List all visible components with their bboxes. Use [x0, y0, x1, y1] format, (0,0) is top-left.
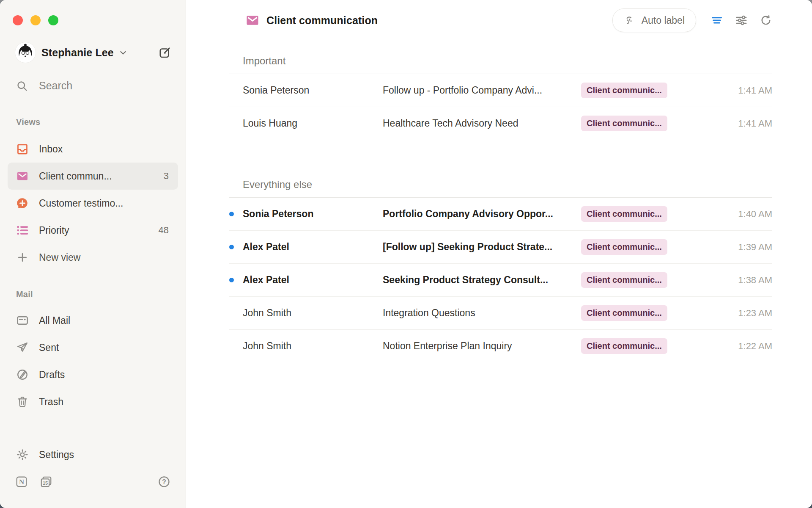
user-name: Stephanie Lee — [41, 47, 114, 59]
minimize-window-button[interactable] — [30, 15, 41, 25]
view-header: Client communication Auto label — [186, 0, 812, 41]
sidebar-item-label: Sent — [39, 342, 59, 353]
envelope-icon — [245, 13, 260, 28]
email-subject: Portfolio Company Advisory Oppor... — [383, 208, 581, 220]
email-row[interactable]: Louis Huang Healthcare Tech Advisory Nee… — [229, 107, 772, 140]
search-label: Search — [39, 80, 72, 92]
label-badge[interactable]: Client communic... — [581, 239, 667, 255]
email-sender: Alex Patel — [243, 241, 383, 253]
email-sender: Alex Patel — [243, 274, 383, 286]
unread-dot — [229, 245, 234, 249]
label-badge[interactable]: Client communic... — [581, 206, 667, 222]
search-icon — [16, 80, 28, 92]
window-controls — [0, 0, 186, 25]
auto-label-label: Auto label — [642, 15, 685, 26]
sidebar-item-inbox[interactable]: Inbox — [8, 135, 178, 163]
close-window-button[interactable] — [13, 15, 23, 25]
sidebar-item-drafts[interactable]: Drafts — [8, 361, 178, 388]
email-time: 1:41 AM — [738, 85, 772, 96]
send-icon — [16, 341, 29, 354]
auto-label-button[interactable]: Auto label — [612, 8, 696, 32]
mail-section-label: Mail — [16, 290, 186, 299]
views-nav: Inbox Client commun... 3 — [0, 127, 186, 271]
email-row[interactable]: John Smith Notion Enterprise Plan Inquir… — [229, 329, 772, 362]
compose-icon[interactable] — [159, 46, 171, 59]
bulleted-list-icon — [16, 224, 29, 237]
refresh-icon[interactable] — [760, 14, 772, 27]
label-badge[interactable]: Client communic... — [581, 116, 667, 131]
email-row[interactable]: Alex Patel Seeking Product Strategy Cons… — [229, 263, 772, 296]
main-panel: Client communication Auto label — [186, 0, 812, 508]
app-window: Stephanie Lee Search Views — [0, 0, 812, 508]
email-time: 1:39 AM — [738, 242, 772, 253]
email-subject: Notion Enterprise Plan Inquiry — [383, 340, 581, 352]
sidebar-item-label: Client commun... — [39, 171, 112, 182]
sidebar-item-label: New view — [39, 252, 80, 263]
chat-plus-icon — [16, 197, 29, 210]
label-badge[interactable]: Client communic... — [581, 83, 667, 98]
filter-icon[interactable] — [710, 14, 723, 27]
sidebar-item-label: Customer testimo... — [39, 198, 123, 209]
notion-app-icon[interactable]: N — [15, 475, 28, 488]
sidebar-item-sent[interactable]: Sent — [8, 334, 178, 361]
display-settings-icon[interactable] — [735, 14, 748, 27]
email-subject: Follow up - Portfolio Company Advi... — [383, 85, 581, 96]
label-badge[interactable]: Client communic... — [581, 305, 667, 321]
sidebar: Stephanie Lee Search Views — [0, 0, 186, 508]
unread-count: 48 — [159, 225, 169, 236]
chevron-down-icon — [118, 47, 128, 58]
sidebar-item-priority[interactable]: Priority 48 — [8, 217, 178, 244]
svg-text:15: 15 — [43, 480, 48, 486]
email-time: 1:22 AM — [738, 341, 772, 352]
label-badge[interactable]: Client communic... — [581, 338, 667, 354]
page-title: Client communication — [266, 14, 378, 27]
email-sender: Louis Huang — [243, 118, 383, 129]
email-sender: Sonia Peterson — [243, 85, 383, 96]
email-subject: Healthcare Tech Advisory Need — [383, 118, 581, 129]
mail-nav: All Mail Sent — [0, 299, 186, 415]
email-time: 1:38 AM — [738, 275, 772, 286]
sidebar-item-customer-testimonials[interactable]: Customer testimo... — [8, 190, 178, 217]
sidebar-item-settings[interactable]: Settings — [8, 441, 178, 468]
email-time: 1:23 AM — [738, 308, 772, 319]
search-button[interactable]: Search — [16, 80, 170, 92]
all-mail-icon — [16, 314, 29, 327]
email-sender: John Smith — [243, 340, 383, 352]
sidebar-item-label: Inbox — [39, 144, 63, 155]
sidebar-item-trash[interactable]: Trash — [8, 388, 178, 415]
email-row[interactable]: John Smith Integration Questions Client … — [229, 296, 772, 329]
unread-dot — [229, 278, 234, 282]
sidebar-item-label: All Mail — [39, 315, 70, 326]
plus-icon — [16, 251, 29, 264]
email-row[interactable]: Sonia Peterson Follow up - Portfolio Com… — [229, 74, 772, 107]
sidebar-item-new-view[interactable]: New view — [8, 244, 178, 271]
label-badge[interactable]: Client communic... — [581, 272, 667, 288]
email-sender: John Smith — [243, 307, 383, 319]
avatar — [15, 42, 36, 63]
email-subject: [Follow up] Seeking Product Strate... — [383, 241, 581, 253]
ai-face-icon — [624, 14, 636, 26]
unread-count: 3 — [164, 171, 169, 182]
email-time: 1:40 AM — [738, 209, 772, 220]
sidebar-item-all-mail[interactable]: All Mail — [8, 307, 178, 334]
email-subject: Seeking Product Strategy Consult... — [383, 274, 581, 286]
trash-icon — [16, 395, 29, 408]
svg-text:?: ? — [162, 478, 166, 486]
email-list: Important Sonia Peterson Follow up - Por… — [229, 41, 772, 362]
unread-dot — [229, 212, 234, 216]
section-title: Everything else — [243, 179, 772, 190]
calendar-app-icon[interactable]: 15 — [40, 475, 52, 488]
sidebar-item-label: Priority — [39, 225, 69, 236]
email-row[interactable]: Sonia Peterson Portfolio Company Advisor… — [229, 198, 772, 230]
email-time: 1:41 AM — [738, 118, 772, 129]
email-row[interactable]: Alex Patel [Follow up] Seeking Product S… — [229, 230, 772, 263]
views-section-label: Views — [16, 117, 186, 127]
inbox-icon — [16, 143, 29, 155]
sidebar-item-client-communication[interactable]: Client commun... 3 — [8, 163, 178, 190]
sidebar-item-label: Drafts — [39, 369, 65, 381]
envelope-icon — [16, 170, 29, 182]
account-switcher[interactable]: Stephanie Lee — [15, 42, 171, 63]
help-icon[interactable]: ? — [158, 475, 170, 488]
drafts-icon — [16, 368, 29, 381]
zoom-window-button[interactable] — [48, 15, 58, 25]
